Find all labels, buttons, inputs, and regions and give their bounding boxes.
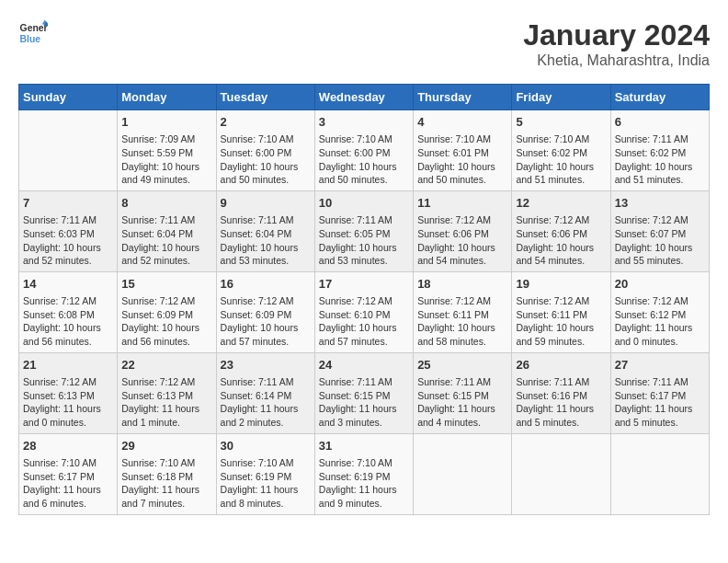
day-info-line: Daylight: 10 hours: [417, 160, 507, 174]
day-info-line: Sunrise: 7:12 AM: [121, 294, 211, 308]
day-number: 26: [516, 357, 606, 373]
calendar-cell: [414, 433, 512, 514]
calendar-cell: [19, 110, 118, 191]
day-info-line: and 54 minutes.: [417, 254, 507, 268]
day-info-line: Sunset: 6:17 PM: [615, 389, 705, 403]
day-info-line: Daylight: 11 hours: [121, 402, 211, 416]
day-number: 13: [615, 195, 705, 212]
day-number: 25: [417, 357, 507, 373]
calendar-cell: 3Sunrise: 7:10 AMSunset: 6:00 PMDaylight…: [314, 110, 413, 191]
calendar-cell: 5Sunrise: 7:10 AMSunset: 6:02 PMDaylight…: [512, 110, 610, 191]
day-info-line: Sunrise: 7:10 AM: [221, 456, 311, 470]
day-info-line: Sunset: 6:06 PM: [516, 227, 606, 241]
day-info-line: Sunset: 6:19 PM: [221, 470, 311, 484]
calendar-cell: 10Sunrise: 7:11 AMSunset: 6:05 PMDayligh…: [314, 190, 413, 271]
day-info-line: and 56 minutes.: [121, 335, 211, 349]
week-row-5: 28Sunrise: 7:10 AMSunset: 6:17 PMDayligh…: [19, 433, 710, 514]
header-col-thursday: Thursday: [414, 85, 512, 110]
day-number: 30: [221, 438, 311, 454]
calendar-cell: 27Sunrise: 7:11 AMSunset: 6:17 PMDayligh…: [610, 352, 709, 433]
day-info-line: Sunrise: 7:12 AM: [615, 294, 705, 308]
day-number: 4: [417, 114, 507, 131]
day-info-line: Sunset: 6:19 PM: [319, 470, 409, 484]
week-row-1: 1Sunrise: 7:09 AMSunset: 5:59 PMDaylight…: [19, 110, 710, 191]
day-info-line: Sunrise: 7:12 AM: [615, 213, 705, 227]
day-info-line: Sunrise: 7:09 AM: [121, 132, 211, 146]
day-info-line: Sunrise: 7:12 AM: [23, 294, 113, 308]
day-info-line: Sunset: 6:11 PM: [516, 308, 606, 322]
calendar-cell: 4Sunrise: 7:10 AMSunset: 6:01 PMDaylight…: [414, 110, 512, 191]
calendar-cell: 25Sunrise: 7:11 AMSunset: 6:15 PMDayligh…: [414, 352, 512, 433]
day-info-line: Sunset: 6:01 PM: [417, 146, 507, 160]
day-info-line: Sunset: 6:08 PM: [23, 308, 113, 322]
header-col-monday: Monday: [118, 85, 216, 110]
week-row-2: 7Sunrise: 7:11 AMSunset: 6:03 PMDaylight…: [19, 190, 710, 271]
day-info-line: Sunrise: 7:11 AM: [319, 375, 409, 389]
calendar-cell: 12Sunrise: 7:12 AMSunset: 6:06 PMDayligh…: [512, 190, 610, 271]
day-info-line: Sunset: 6:07 PM: [615, 227, 705, 241]
day-info-line: Sunrise: 7:12 AM: [221, 294, 311, 308]
title-block: January 2024 Khetia, Maharashtra, India: [523, 18, 710, 69]
calendar-cell: 23Sunrise: 7:11 AMSunset: 6:14 PMDayligh…: [216, 352, 314, 433]
day-info-line: Daylight: 11 hours: [221, 402, 311, 416]
day-info-line: Sunset: 6:02 PM: [615, 146, 705, 160]
logo-icon: General Blue: [18, 18, 48, 48]
day-info-line: Daylight: 10 hours: [319, 160, 409, 174]
day-info-line: Daylight: 11 hours: [516, 402, 606, 416]
day-info-line: and 2 minutes.: [221, 416, 311, 430]
day-number: 15: [121, 276, 211, 293]
day-info-line: Sunrise: 7:10 AM: [319, 132, 409, 146]
day-info-line: Sunrise: 7:11 AM: [516, 375, 606, 389]
day-number: 27: [615, 357, 705, 373]
day-info-line: and 57 minutes.: [319, 335, 409, 349]
day-info-line: Daylight: 10 hours: [221, 241, 311, 255]
calendar-cell: 16Sunrise: 7:12 AMSunset: 6:09 PMDayligh…: [216, 271, 314, 352]
day-info-line: and 0 minutes.: [615, 335, 705, 349]
day-info-line: Daylight: 11 hours: [615, 402, 705, 416]
day-info-line: and 51 minutes.: [615, 173, 705, 187]
month-year-title: January 2024: [523, 18, 710, 52]
day-info-line: and 55 minutes.: [615, 254, 705, 268]
calendar-cell: 13Sunrise: 7:12 AMSunset: 6:07 PMDayligh…: [610, 190, 709, 271]
header-col-tuesday: Tuesday: [216, 85, 314, 110]
day-number: 9: [221, 195, 311, 212]
day-info-line: Daylight: 10 hours: [516, 321, 606, 335]
day-info-line: Daylight: 10 hours: [221, 321, 311, 335]
calendar-cell: 14Sunrise: 7:12 AMSunset: 6:08 PMDayligh…: [19, 271, 118, 352]
day-info-line: Daylight: 11 hours: [319, 483, 409, 497]
calendar-cell: 26Sunrise: 7:11 AMSunset: 6:16 PMDayligh…: [512, 352, 610, 433]
day-number: 16: [221, 276, 311, 293]
calendar-cell: 19Sunrise: 7:12 AMSunset: 6:11 PMDayligh…: [512, 271, 610, 352]
week-row-4: 21Sunrise: 7:12 AMSunset: 6:13 PMDayligh…: [19, 352, 710, 433]
day-number: 18: [417, 276, 507, 293]
day-info-line: Daylight: 10 hours: [23, 241, 113, 255]
svg-text:Blue: Blue: [20, 34, 41, 44]
day-number: 22: [121, 357, 211, 373]
day-info-line: Sunrise: 7:11 AM: [319, 213, 409, 227]
day-info-line: Sunset: 6:13 PM: [23, 389, 113, 403]
day-info-line: Sunrise: 7:12 AM: [417, 213, 507, 227]
day-info-line: Sunset: 6:17 PM: [23, 470, 113, 484]
calendar-cell: 6Sunrise: 7:11 AMSunset: 6:02 PMDaylight…: [610, 110, 709, 191]
day-info-line: Sunset: 6:04 PM: [121, 227, 211, 241]
calendar-cell: 31Sunrise: 7:10 AMSunset: 6:19 PMDayligh…: [314, 433, 413, 514]
day-info-line: Sunrise: 7:10 AM: [221, 132, 311, 146]
day-info-line: Daylight: 11 hours: [417, 402, 507, 416]
day-number: 21: [23, 357, 113, 373]
page-header: General Blue January 2024 Khetia, Mahara…: [18, 18, 710, 69]
day-info-line: Sunset: 6:05 PM: [319, 227, 409, 241]
day-info-line: Sunrise: 7:12 AM: [23, 375, 113, 389]
day-info-line: Sunrise: 7:11 AM: [417, 375, 507, 389]
day-info-line: and 53 minutes.: [319, 254, 409, 268]
day-info-line: Sunset: 6:16 PM: [516, 389, 606, 403]
day-info-line: Daylight: 11 hours: [23, 402, 113, 416]
day-number: 6: [615, 114, 705, 131]
day-number: 17: [319, 276, 409, 293]
calendar-cell: 29Sunrise: 7:10 AMSunset: 6:18 PMDayligh…: [118, 433, 216, 514]
calendar-cell: 7Sunrise: 7:11 AMSunset: 6:03 PMDaylight…: [19, 190, 118, 271]
day-number: 12: [516, 195, 606, 212]
day-info-line: Sunset: 6:02 PM: [516, 146, 606, 160]
calendar-cell: 2Sunrise: 7:10 AMSunset: 6:00 PMDaylight…: [216, 110, 314, 191]
day-number: 5: [516, 114, 606, 131]
day-info-line: Daylight: 10 hours: [417, 321, 507, 335]
